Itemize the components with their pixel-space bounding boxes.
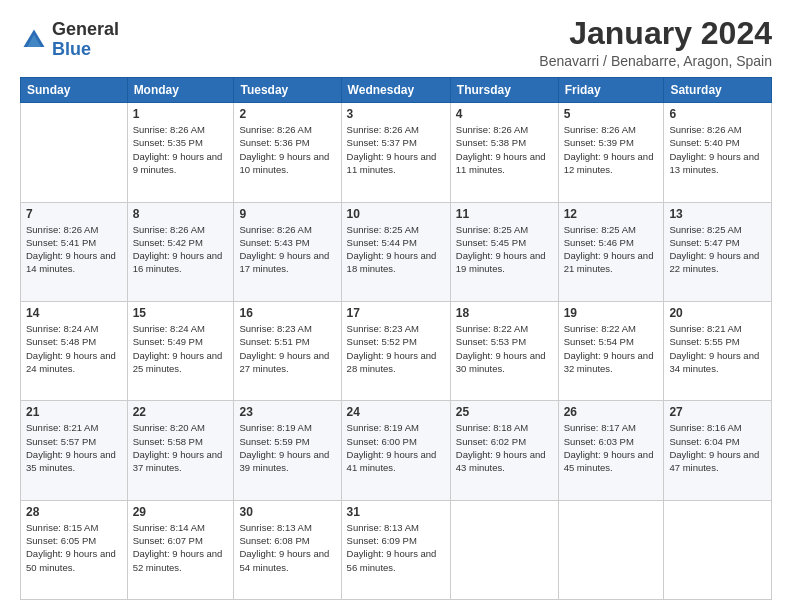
- day-detail: Sunrise: 8:20 AMSunset: 5:58 PMDaylight:…: [133, 421, 229, 474]
- day-detail: Sunrise: 8:19 AMSunset: 5:59 PMDaylight:…: [239, 421, 335, 474]
- day-number: 13: [669, 207, 766, 221]
- day-number: 21: [26, 405, 122, 419]
- calendar-cell: 17Sunrise: 8:23 AMSunset: 5:52 PMDayligh…: [341, 301, 450, 400]
- day-number: 5: [564, 107, 659, 121]
- calendar-cell: 15Sunrise: 8:24 AMSunset: 5:49 PMDayligh…: [127, 301, 234, 400]
- day-detail: Sunrise: 8:25 AMSunset: 5:47 PMDaylight:…: [669, 223, 766, 276]
- col-saturday: Saturday: [664, 78, 772, 103]
- day-detail: Sunrise: 8:25 AMSunset: 5:45 PMDaylight:…: [456, 223, 553, 276]
- day-number: 7: [26, 207, 122, 221]
- calendar-cell: 28Sunrise: 8:15 AMSunset: 6:05 PMDayligh…: [21, 500, 128, 599]
- day-number: 4: [456, 107, 553, 121]
- day-number: 8: [133, 207, 229, 221]
- day-detail: Sunrise: 8:24 AMSunset: 5:48 PMDaylight:…: [26, 322, 122, 375]
- day-detail: Sunrise: 8:26 AMSunset: 5:39 PMDaylight:…: [564, 123, 659, 176]
- day-detail: Sunrise: 8:21 AMSunset: 5:55 PMDaylight:…: [669, 322, 766, 375]
- day-number: 27: [669, 405, 766, 419]
- calendar-cell: 25Sunrise: 8:18 AMSunset: 6:02 PMDayligh…: [450, 401, 558, 500]
- month-title: January 2024: [539, 16, 772, 51]
- day-detail: Sunrise: 8:26 AMSunset: 5:38 PMDaylight:…: [456, 123, 553, 176]
- calendar-cell: 30Sunrise: 8:13 AMSunset: 6:08 PMDayligh…: [234, 500, 341, 599]
- day-number: 28: [26, 505, 122, 519]
- day-detail: Sunrise: 8:25 AMSunset: 5:44 PMDaylight:…: [347, 223, 445, 276]
- day-detail: Sunrise: 8:26 AMSunset: 5:43 PMDaylight:…: [239, 223, 335, 276]
- calendar-cell: 27Sunrise: 8:16 AMSunset: 6:04 PMDayligh…: [664, 401, 772, 500]
- day-detail: Sunrise: 8:22 AMSunset: 5:54 PMDaylight:…: [564, 322, 659, 375]
- calendar-cell: [21, 103, 128, 202]
- col-friday: Friday: [558, 78, 664, 103]
- day-number: 9: [239, 207, 335, 221]
- day-number: 31: [347, 505, 445, 519]
- day-number: 17: [347, 306, 445, 320]
- day-number: 26: [564, 405, 659, 419]
- day-detail: Sunrise: 8:17 AMSunset: 6:03 PMDaylight:…: [564, 421, 659, 474]
- day-number: 30: [239, 505, 335, 519]
- day-number: 15: [133, 306, 229, 320]
- calendar-cell: 13Sunrise: 8:25 AMSunset: 5:47 PMDayligh…: [664, 202, 772, 301]
- calendar-cell: 22Sunrise: 8:20 AMSunset: 5:58 PMDayligh…: [127, 401, 234, 500]
- calendar-week-3: 14Sunrise: 8:24 AMSunset: 5:48 PMDayligh…: [21, 301, 772, 400]
- day-detail: Sunrise: 8:25 AMSunset: 5:46 PMDaylight:…: [564, 223, 659, 276]
- day-detail: Sunrise: 8:26 AMSunset: 5:42 PMDaylight:…: [133, 223, 229, 276]
- calendar-cell: 2Sunrise: 8:26 AMSunset: 5:36 PMDaylight…: [234, 103, 341, 202]
- day-number: 22: [133, 405, 229, 419]
- logo-blue: Blue: [52, 40, 119, 60]
- day-detail: Sunrise: 8:23 AMSunset: 5:51 PMDaylight:…: [239, 322, 335, 375]
- header-row: Sunday Monday Tuesday Wednesday Thursday…: [21, 78, 772, 103]
- day-number: 1: [133, 107, 229, 121]
- calendar-cell: 20Sunrise: 8:21 AMSunset: 5:55 PMDayligh…: [664, 301, 772, 400]
- col-wednesday: Wednesday: [341, 78, 450, 103]
- calendar-cell: 31Sunrise: 8:13 AMSunset: 6:09 PMDayligh…: [341, 500, 450, 599]
- title-block: January 2024 Benavarri / Benabarre, Arag…: [539, 16, 772, 69]
- day-number: 10: [347, 207, 445, 221]
- day-detail: Sunrise: 8:26 AMSunset: 5:35 PMDaylight:…: [133, 123, 229, 176]
- calendar-cell: [450, 500, 558, 599]
- logo-general: General: [52, 20, 119, 40]
- calendar-table: Sunday Monday Tuesday Wednesday Thursday…: [20, 77, 772, 600]
- day-detail: Sunrise: 8:26 AMSunset: 5:41 PMDaylight:…: [26, 223, 122, 276]
- calendar-week-4: 21Sunrise: 8:21 AMSunset: 5:57 PMDayligh…: [21, 401, 772, 500]
- day-detail: Sunrise: 8:22 AMSunset: 5:53 PMDaylight:…: [456, 322, 553, 375]
- day-number: 29: [133, 505, 229, 519]
- day-number: 20: [669, 306, 766, 320]
- day-number: 3: [347, 107, 445, 121]
- day-detail: Sunrise: 8:24 AMSunset: 5:49 PMDaylight:…: [133, 322, 229, 375]
- calendar-cell: 19Sunrise: 8:22 AMSunset: 5:54 PMDayligh…: [558, 301, 664, 400]
- calendar-cell: 6Sunrise: 8:26 AMSunset: 5:40 PMDaylight…: [664, 103, 772, 202]
- calendar-week-1: 1Sunrise: 8:26 AMSunset: 5:35 PMDaylight…: [21, 103, 772, 202]
- day-number: 12: [564, 207, 659, 221]
- calendar-cell: 9Sunrise: 8:26 AMSunset: 5:43 PMDaylight…: [234, 202, 341, 301]
- day-detail: Sunrise: 8:23 AMSunset: 5:52 PMDaylight:…: [347, 322, 445, 375]
- day-number: 14: [26, 306, 122, 320]
- day-detail: Sunrise: 8:26 AMSunset: 5:40 PMDaylight:…: [669, 123, 766, 176]
- day-detail: Sunrise: 8:13 AMSunset: 6:08 PMDaylight:…: [239, 521, 335, 574]
- calendar-cell: [558, 500, 664, 599]
- day-number: 25: [456, 405, 553, 419]
- calendar-cell: 7Sunrise: 8:26 AMSunset: 5:41 PMDaylight…: [21, 202, 128, 301]
- calendar-cell: 18Sunrise: 8:22 AMSunset: 5:53 PMDayligh…: [450, 301, 558, 400]
- calendar-cell: 21Sunrise: 8:21 AMSunset: 5:57 PMDayligh…: [21, 401, 128, 500]
- day-detail: Sunrise: 8:18 AMSunset: 6:02 PMDaylight:…: [456, 421, 553, 474]
- day-detail: Sunrise: 8:19 AMSunset: 6:00 PMDaylight:…: [347, 421, 445, 474]
- day-number: 16: [239, 306, 335, 320]
- col-monday: Monday: [127, 78, 234, 103]
- calendar-cell: 1Sunrise: 8:26 AMSunset: 5:35 PMDaylight…: [127, 103, 234, 202]
- calendar-cell: 24Sunrise: 8:19 AMSunset: 6:00 PMDayligh…: [341, 401, 450, 500]
- calendar-cell: 4Sunrise: 8:26 AMSunset: 5:38 PMDaylight…: [450, 103, 558, 202]
- col-tuesday: Tuesday: [234, 78, 341, 103]
- day-number: 6: [669, 107, 766, 121]
- calendar-cell: 23Sunrise: 8:19 AMSunset: 5:59 PMDayligh…: [234, 401, 341, 500]
- calendar-page: General Blue January 2024 Benavarri / Be…: [0, 0, 792, 612]
- col-thursday: Thursday: [450, 78, 558, 103]
- calendar-cell: 29Sunrise: 8:14 AMSunset: 6:07 PMDayligh…: [127, 500, 234, 599]
- day-detail: Sunrise: 8:15 AMSunset: 6:05 PMDaylight:…: [26, 521, 122, 574]
- calendar-cell: 10Sunrise: 8:25 AMSunset: 5:44 PMDayligh…: [341, 202, 450, 301]
- calendar-cell: 11Sunrise: 8:25 AMSunset: 5:45 PMDayligh…: [450, 202, 558, 301]
- day-number: 2: [239, 107, 335, 121]
- day-number: 19: [564, 306, 659, 320]
- calendar-cell: [664, 500, 772, 599]
- header: General Blue January 2024 Benavarri / Be…: [20, 16, 772, 69]
- calendar-week-5: 28Sunrise: 8:15 AMSunset: 6:05 PMDayligh…: [21, 500, 772, 599]
- day-detail: Sunrise: 8:16 AMSunset: 6:04 PMDaylight:…: [669, 421, 766, 474]
- day-detail: Sunrise: 8:26 AMSunset: 5:37 PMDaylight:…: [347, 123, 445, 176]
